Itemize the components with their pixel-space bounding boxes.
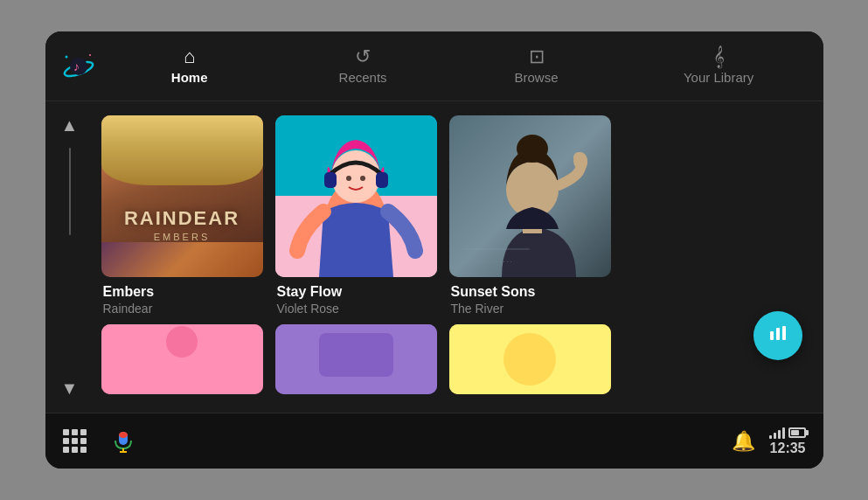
- nav-recents-label: Recents: [339, 70, 387, 85]
- svg-text:♪: ♪: [73, 59, 80, 73]
- raindear-text: RAINDEAR EMBERS: [124, 207, 240, 242]
- library-icon: 𝄞: [713, 47, 725, 66]
- album-artist-sunset: The River: [451, 302, 609, 316]
- album-art-sunset: · · · · · · · · · · · · · · · ══════════…: [449, 115, 611, 277]
- grid-dot: [80, 438, 87, 444]
- album-card-partial-2[interactable]: [275, 324, 437, 394]
- main-content: ▲ ▼ RAINDEAR E: [45, 101, 823, 413]
- microphone-button[interactable]: [108, 426, 139, 457]
- sidebar: ▲ ▼: [45, 101, 94, 413]
- grid-dot: [80, 429, 87, 435]
- notification-button[interactable]: 🔔: [732, 430, 755, 453]
- nav-library-label: Your Library: [684, 70, 753, 85]
- svg-rect-30: [782, 326, 786, 340]
- album-row-2: [101, 324, 809, 394]
- svg-rect-11: [324, 172, 337, 188]
- signal-bars: [769, 427, 785, 439]
- album-info-stayflow: Stay Flow Violet Rose: [275, 277, 437, 319]
- home-icon: ⌂: [184, 47, 195, 66]
- top-nav: ♪ ⌂ Home ↺ Recents ⊡ Browse 𝄞 Your Libra…: [45, 31, 823, 101]
- app-logo: ♪: [54, 50, 103, 83]
- nav-home[interactable]: ⌂ Home: [146, 40, 233, 92]
- status-area: 12:35: [769, 427, 806, 456]
- svg-rect-28: [770, 331, 774, 340]
- album-artist-stayflow: Violet Rose: [277, 302, 435, 316]
- clock: 12:35: [770, 441, 806, 456]
- nav-browse[interactable]: ⊡ Browse: [493, 40, 580, 92]
- svg-point-10: [331, 150, 380, 203]
- nav-items: ⌂ Home ↺ Recents ⊡ Browse 𝄞 Your Library: [103, 40, 815, 92]
- bottom-bar: 🔔 12:35: [45, 413, 823, 469]
- grid-dot: [72, 429, 78, 435]
- scroll-up-button[interactable]: ▲: [56, 110, 84, 141]
- svg-rect-12: [376, 172, 388, 188]
- svg-text:· · · · · · · · · · · · · · ·: · · · · · · · · · · · · · · ·: [462, 259, 511, 265]
- album-title-sunset: Sunset Sons: [451, 284, 609, 300]
- svg-point-19: [573, 152, 587, 170]
- svg-point-13: [346, 176, 351, 181]
- equalizer-icon: [767, 323, 788, 349]
- device-container: ♪ ⌂ Home ↺ Recents ⊡ Browse 𝄞 Your Libra…: [45, 31, 823, 469]
- album-title-embers: Embers: [103, 284, 261, 300]
- now-playing-button[interactable]: [753, 311, 802, 360]
- apps-button[interactable]: [63, 429, 87, 453]
- svg-rect-29: [776, 328, 780, 340]
- album-art-partial-2: [275, 324, 437, 394]
- scroll-down-button[interactable]: ▼: [56, 373, 84, 404]
- battery-fill: [791, 430, 800, 435]
- album-info-sunset: Sunset Sons The River: [449, 277, 611, 319]
- signal-bar-3: [778, 430, 781, 439]
- album-art-embers: RAINDEAR EMBERS: [101, 115, 263, 277]
- album-info-embers: Embers Raindear: [101, 277, 263, 319]
- sidebar-divider: [69, 148, 71, 235]
- grid-dot: [72, 447, 78, 453]
- svg-point-23: [166, 326, 198, 358]
- svg-point-5: [89, 54, 91, 56]
- album-row-1: RAINDEAR EMBERS Embers Raindear H: [101, 115, 809, 319]
- raindear-subtitle: EMBERS: [124, 232, 240, 242]
- svg-point-27: [503, 333, 556, 385]
- nav-library[interactable]: 𝄞 Your Library: [666, 40, 771, 92]
- nav-recents[interactable]: ↺ Recents: [319, 40, 406, 92]
- browse-icon: ⊡: [529, 47, 545, 66]
- grid-dot: [63, 429, 69, 435]
- raindear-title: RAINDEAR: [124, 207, 240, 230]
- album-title-stayflow: Stay Flow: [277, 284, 435, 300]
- bottom-left-controls: [63, 426, 139, 457]
- svg-point-18: [517, 135, 548, 163]
- svg-rect-25: [319, 333, 393, 377]
- album-card-embers[interactable]: RAINDEAR EMBERS Embers Raindear: [101, 115, 263, 319]
- recents-icon: ↺: [355, 47, 371, 66]
- nav-browse-label: Browse: [515, 70, 559, 85]
- album-artist-embers: Raindear: [103, 302, 261, 316]
- signal-bar-1: [769, 435, 772, 439]
- grid-dot: [72, 438, 78, 444]
- album-card-partial-1[interactable]: [101, 324, 263, 394]
- grid-dot: [80, 447, 87, 453]
- album-card-sunset[interactable]: · · · · · · · · · · · · · · · ══════════…: [449, 115, 611, 319]
- signal-bar-2: [774, 433, 776, 439]
- svg-rect-32: [119, 432, 128, 438]
- signal-battery: [769, 427, 806, 439]
- album-art-partial-3: [449, 324, 611, 394]
- signal-bar-4: [782, 427, 785, 439]
- grid-dot: [63, 438, 69, 444]
- nav-home-label: Home: [171, 70, 208, 85]
- grid-dot: [63, 447, 69, 453]
- album-art-partial-1: [101, 324, 263, 394]
- bottom-right-status: 🔔 12:35: [732, 427, 806, 456]
- album-card-partial-3[interactable]: [449, 324, 611, 394]
- svg-point-14: [360, 176, 365, 181]
- album-card-stayflow[interactable]: H: [275, 115, 437, 319]
- album-art-stayflow: H: [275, 115, 437, 277]
- battery-icon: [788, 427, 806, 438]
- album-grid: RAINDEAR EMBERS Embers Raindear H: [94, 101, 823, 413]
- svg-text:══════════════════: ══════════════════: [462, 247, 530, 252]
- svg-point-4: [65, 55, 67, 58]
